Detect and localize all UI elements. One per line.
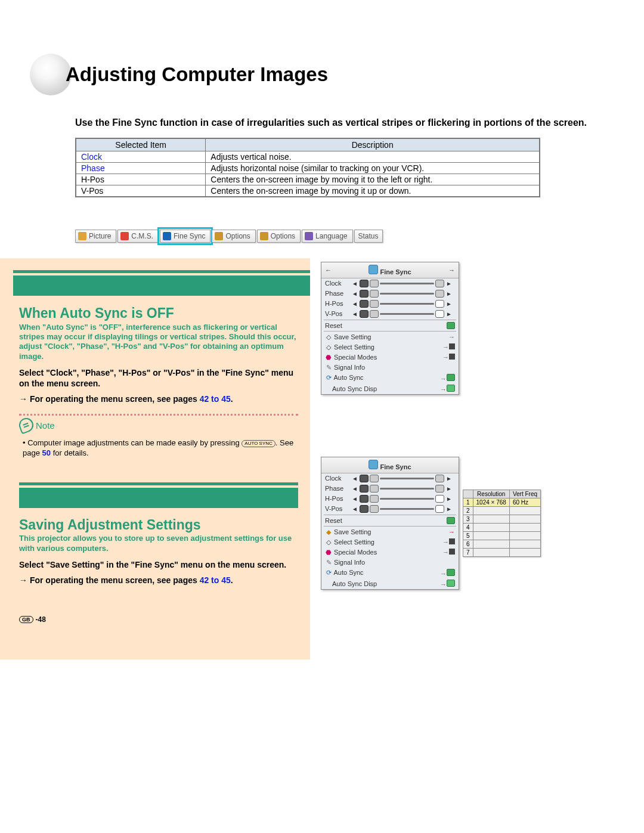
state-icon [447, 385, 455, 392]
diamond-icon: ◇ [325, 343, 332, 351]
menu-select-setting[interactable]: ◇ Select Setting→ [321, 342, 459, 352]
reset-label: Reset [325, 517, 349, 524]
heading-bars-icon [13, 270, 310, 296]
res-row[interactable]: 3 [463, 515, 541, 523]
intro-text: Use the Fine Sync function in case of ir… [75, 117, 590, 129]
note-text: • Computer image adjustments can be made… [23, 438, 298, 459]
tab-label: Picture [89, 232, 111, 240]
resolution-table: Resolution Vert Freq 1 1024 × 768 60 Hz … [463, 490, 541, 557]
slider-label: H-Pos [325, 495, 349, 502]
slider-vpos[interactable]: ◄► [351, 505, 453, 513]
square-icon [449, 538, 455, 544]
menu-signal-info[interactable]: ✎ Signal Info [321, 558, 459, 568]
menu-signal-info[interactable]: ✎ Signal Info [321, 363, 459, 373]
menu-save-setting[interactable]: ◇ Save Setting→ [321, 332, 459, 342]
res-row[interactable]: 5 [463, 531, 541, 540]
page-link[interactable]: 50 [42, 448, 51, 457]
section-lead: This projector allows you to store up to… [19, 534, 298, 553]
submenu-arrow-icon: → [448, 528, 455, 535]
crossref-text: → For operating the menu screen, see pag… [19, 575, 298, 586]
tab-cms[interactable]: C.M.S. [117, 230, 159, 243]
menu-special-modes[interactable]: ⬣ Special Modes→ [321, 352, 459, 363]
tab-fine-sync[interactable]: Fine Sync [160, 230, 210, 243]
page-link[interactable]: 42 to 45 [200, 575, 231, 585]
slider-phase[interactable]: ◄► [351, 290, 453, 298]
cell-item[interactable]: Phase [76, 162, 206, 174]
slider-clock[interactable]: ◄► [351, 280, 453, 287]
page-footer: GB -48 [19, 615, 298, 624]
slider-hpos[interactable]: ◄► [351, 495, 453, 503]
th-idx [463, 490, 473, 498]
crossref-text: → For operating the menu screen, see pag… [19, 394, 298, 404]
tab-options-1[interactable]: Options [212, 230, 255, 243]
tab-label: Fine Sync [174, 232, 205, 240]
tab-language[interactable]: Language [302, 230, 352, 243]
signal-icon: ✎ [325, 559, 332, 566]
menu-auto-sync[interactable]: ⟳ Auto Sync→ [321, 373, 459, 383]
menu-auto-sync-disp[interactable]: Auto Sync Disp→ [321, 383, 459, 394]
res-row[interactable]: 1 1024 × 768 60 Hz [463, 498, 541, 506]
instruction-text: Select "Clock", "Phase", "H-Pos" or "V-P… [19, 367, 298, 389]
th-res: Resolution [473, 490, 509, 498]
menu-select-setting[interactable]: ◇ Select Setting→ [321, 537, 459, 547]
osd-fine-sync-2: Fine Sync Clock◄► Phase◄► H-Pos◄► V-Pos◄… [321, 457, 459, 590]
slider-clock[interactable]: ◄► [351, 475, 453, 482]
res-row[interactable]: 4 [463, 523, 541, 531]
note-icon [17, 416, 36, 435]
diamond-icon: ◇ [325, 333, 332, 341]
table-row: Phase Adjusts horizontal noise (similar … [76, 162, 540, 174]
res-row[interactable]: 6 [463, 540, 541, 548]
modes-icon: ⬣ [325, 549, 332, 556]
cell-item[interactable]: Clock [76, 151, 206, 162]
section-title: Saving Adjustment Settings [19, 518, 298, 532]
settings-table: Selected Item Description Clock Adjusts … [75, 138, 540, 197]
fine-sync-icon [369, 460, 378, 469]
slider-vpos[interactable]: ◄► [351, 310, 453, 318]
cell-item: H-Pos [76, 174, 206, 185]
menu-special-modes[interactable]: ⬣ Special Modes→ [321, 547, 459, 558]
menu-save-setting-selected[interactable]: ◆ Save Setting→ [321, 527, 459, 537]
th-vfreq: Vert Freq [509, 490, 540, 498]
cell-desc: Centers the on-screen image by moving it… [206, 185, 540, 197]
osd-save-setting-wrap: Fine Sync Clock◄► Phase◄► H-Pos◄► V-Pos◄… [321, 457, 590, 590]
diamond-icon: ◇ [325, 538, 332, 546]
reset-icon[interactable] [447, 517, 455, 524]
page-link[interactable]: 42 to 45 [200, 394, 231, 404]
table-row: Clock Adjusts vertical noise. [76, 151, 540, 162]
page-number: -48 [36, 615, 46, 624]
tab-options-2[interactable]: Options [257, 230, 301, 243]
cell-item: V-Pos [76, 185, 206, 197]
res-row[interactable]: 2 [463, 506, 541, 515]
section-lead: When "Auto Sync" is "OFF", interference … [19, 323, 298, 361]
next-tab-icon[interactable]: → [448, 267, 455, 274]
tab-picture[interactable]: Picture [75, 230, 116, 243]
table-row: V-Pos Centers the on-screen image by mov… [76, 185, 540, 197]
instruction-text: Select "Save Setting" in the "Fine Sync"… [19, 559, 298, 570]
tab-label: Status [358, 232, 379, 240]
square-icon [449, 549, 455, 555]
tab-status[interactable]: Status [354, 230, 383, 243]
slider-hpos[interactable]: ◄► [351, 300, 453, 308]
page-title: Adjusting Computer Images [66, 63, 328, 86]
prev-tab-icon[interactable]: ← [325, 267, 332, 274]
slider-label: Clock [325, 475, 349, 482]
autosync-icon: ⟳ [325, 569, 332, 577]
res-row[interactable]: 7 [463, 548, 541, 556]
menu-auto-sync-disp[interactable]: Auto Sync Disp→ [321, 578, 459, 589]
menu-auto-sync[interactable]: ⟳ Auto Sync→ [321, 568, 459, 578]
th-desc: Description [206, 138, 540, 151]
submenu-arrow-icon: → [448, 333, 455, 340]
slider-label: Phase [325, 485, 349, 492]
state-icon [447, 569, 455, 576]
section-auto-sync-off: When Auto Sync is OFF When "Auto Sync" i… [54, 258, 590, 660]
state-icon [447, 374, 455, 381]
fine-sync-icon [369, 265, 378, 274]
note-label: Note [19, 418, 55, 432]
osd-fine-sync: ← Fine Sync → Clock◄► Phase◄► H-Pos◄► V-… [321, 262, 459, 395]
signal-icon: ✎ [325, 364, 332, 371]
slider-phase[interactable]: ◄► [351, 485, 453, 493]
reset-icon[interactable] [447, 322, 455, 329]
tab-label: Options [225, 232, 250, 240]
cell-desc: Centers the on-screen image by moving it… [206, 174, 540, 185]
cell-desc: Adjusts horizontal noise (similar to tra… [206, 162, 540, 174]
